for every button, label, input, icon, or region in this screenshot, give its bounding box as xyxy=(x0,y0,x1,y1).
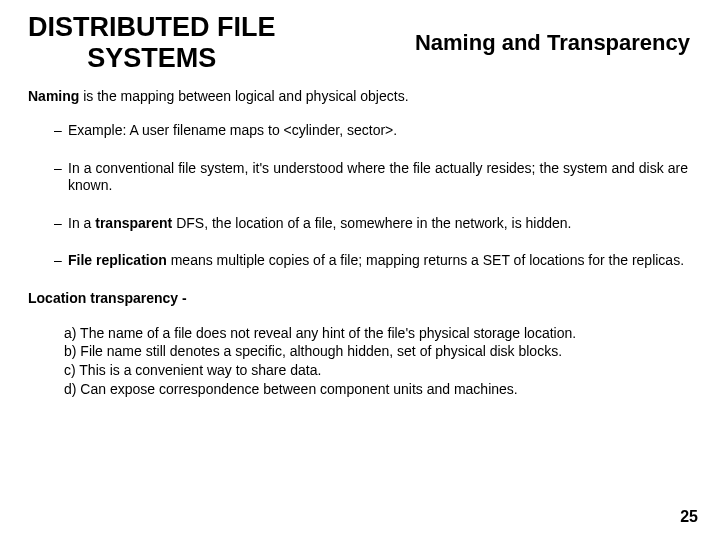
bullet-item: Example: A user filename maps to <cylind… xyxy=(54,122,688,140)
intro-label: Naming xyxy=(28,88,79,104)
slide: DISTRIBUTED FILE SYSTEMS Naming and Tran… xyxy=(0,0,720,540)
alpha-item: b) File name still denotes a specific, a… xyxy=(64,342,692,361)
bullet-text-pre: In a xyxy=(68,215,95,231)
bullet-item: In a transparent DFS, the location of a … xyxy=(54,215,688,233)
bullet-text-post: means multiple copies of a file; mapping… xyxy=(167,252,684,268)
bullet-item: In a conventional file system, it's unde… xyxy=(54,160,688,195)
section-head: Location transparency - xyxy=(28,290,692,306)
title-left: DISTRIBUTED FILE SYSTEMS xyxy=(28,12,276,74)
bullet-text: Example: A user filename maps to <cylind… xyxy=(68,122,397,138)
bullet-text-post: DFS, the location of a file, somewhere i… xyxy=(172,215,571,231)
intro-rest: is the mapping between logical and physi… xyxy=(79,88,408,104)
slide-header: DISTRIBUTED FILE SYSTEMS Naming and Tran… xyxy=(28,12,692,74)
alpha-item: d) Can expose correspondence between com… xyxy=(64,380,692,399)
bullet-item: File replication means multiple copies o… xyxy=(54,252,688,270)
bullet-list: Example: A user filename maps to <cylind… xyxy=(28,122,688,270)
page-number: 25 xyxy=(680,508,698,526)
alpha-item: c) This is a convenient way to share dat… xyxy=(64,361,692,380)
bullet-text-bold: transparent xyxy=(95,215,172,231)
bullet-text: In a conventional file system, it's unde… xyxy=(68,160,688,194)
intro-line: Naming is the mapping between logical an… xyxy=(28,88,692,104)
alpha-list: a) The name of a file does not reveal an… xyxy=(28,324,692,400)
bullet-text-bold: File replication xyxy=(68,252,167,268)
alpha-item: a) The name of a file does not reveal an… xyxy=(64,324,692,343)
title-right: Naming and Transparency xyxy=(415,30,692,56)
